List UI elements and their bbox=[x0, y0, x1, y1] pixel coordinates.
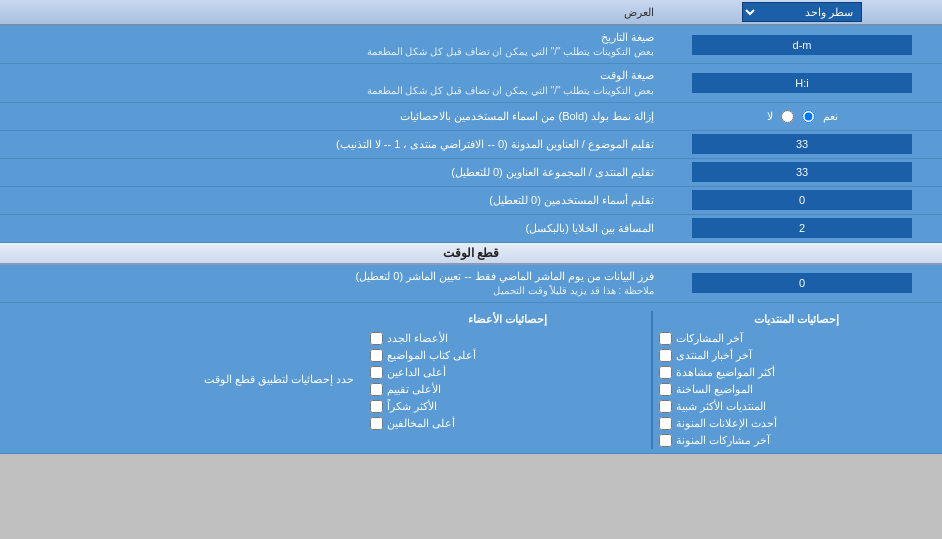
stats-columns-container: إحصائيات المنتديات آخر المشاركات آخر أخب… bbox=[362, 307, 942, 453]
date-format-input[interactable] bbox=[692, 35, 912, 55]
checkbox-top-posters[interactable] bbox=[370, 349, 383, 362]
checkbox-last-forum-posts[interactable] bbox=[659, 434, 672, 447]
bold-remove-label: إزالة نمط بولد (Bold) من اسماء المستخدمي… bbox=[0, 105, 662, 128]
cutoff-input[interactable] bbox=[692, 273, 912, 293]
stats-item-2: آخر أخبار المنتدى bbox=[659, 347, 934, 364]
stats-col-divider bbox=[651, 311, 653, 449]
radio-yes-label: نعم bbox=[823, 110, 838, 123]
forum-address-row: تقليم المنتدى / المجموعة العناوين (0 للت… bbox=[0, 159, 942, 187]
checkbox-most-thanked[interactable] bbox=[370, 400, 383, 413]
checkbox-last-news[interactable] bbox=[659, 349, 672, 362]
cutoff-label: فرز البيانات من يوم الماشر الماضي فقط --… bbox=[0, 265, 662, 302]
cell-distance-input[interactable] bbox=[692, 218, 912, 238]
time-format-input-container bbox=[662, 71, 942, 95]
user-names-row: تقليم أسماء المستخدمين (0 للتعطيل) bbox=[0, 187, 942, 215]
radio-no[interactable] bbox=[781, 110, 794, 123]
stats-member-4: الأعلى تقييم bbox=[370, 381, 645, 398]
stats-member-6: أعلى المخالفين bbox=[370, 415, 645, 432]
cutoff-input-container bbox=[662, 271, 942, 295]
checkbox-last-posts[interactable] bbox=[659, 332, 672, 345]
display-row: سطر واحدسطرانثلاثة أسطر العرض bbox=[0, 0, 942, 26]
cell-distance-input-container bbox=[662, 216, 942, 240]
stats-item-1: آخر المشاركات bbox=[659, 330, 934, 347]
time-format-input[interactable] bbox=[692, 73, 912, 93]
checkbox-top-violators[interactable] bbox=[370, 417, 383, 430]
stats-member-1: الأعضاء الجدد bbox=[370, 330, 645, 347]
checkbox-popular-forums[interactable] bbox=[659, 400, 672, 413]
stats-col2-header: إحصائيات الأعضاء bbox=[370, 311, 645, 330]
display-label: العرض bbox=[0, 2, 662, 23]
bold-remove-row: نعم لا إزالة نمط بولد (Bold) من اسماء ال… bbox=[0, 103, 942, 131]
checkbox-hot-topics[interactable] bbox=[659, 383, 672, 396]
stats-col1-header: إحصائيات المنتديات bbox=[659, 311, 934, 330]
date-format-label: صيغة التاريخ بعض التكوينات يتطلب "/" الت… bbox=[0, 26, 662, 63]
stats-filter-row: إحصائيات المنتديات آخر المشاركات آخر أخب… bbox=[0, 303, 942, 454]
stats-member-2: أعلى كتاب المواضيع bbox=[370, 347, 645, 364]
stats-filter-label: حدد إحصائيات لتطبيق قطع الوقت bbox=[0, 368, 362, 391]
display-select-container: سطر واحدسطرانثلاثة أسطر bbox=[662, 0, 942, 24]
cell-distance-row: المسافة بين الخلايا (بالبكسل) bbox=[0, 215, 942, 243]
stats-col1: إحصائيات المنتديات آخر المشاركات آخر أخب… bbox=[659, 311, 934, 449]
time-format-label: صيغة الوقت بعض التكوينات يتطلب "/" التي … bbox=[0, 64, 662, 101]
topic-address-label: تقليم الموضوع / العناوين المدونة (0 -- ا… bbox=[0, 133, 662, 156]
stats-item-3: أكثر المواضيع مشاهدة bbox=[659, 364, 934, 381]
stats-item-6: أحدث الإعلانات المنونة bbox=[659, 415, 934, 432]
time-format-row: صيغة الوقت بعض التكوينات يتطلب "/" التي … bbox=[0, 64, 942, 102]
checkbox-most-viewed[interactable] bbox=[659, 366, 672, 379]
checkbox-top-rated[interactable] bbox=[370, 383, 383, 396]
cutoff-title: قطع الوقت bbox=[0, 243, 942, 263]
stats-member-5: الأكثر شكراً bbox=[370, 398, 645, 415]
cutoff-section-header: قطع الوقت bbox=[0, 243, 942, 265]
forum-address-input-container bbox=[662, 160, 942, 184]
display-select[interactable]: سطر واحدسطرانثلاثة أسطر bbox=[742, 2, 862, 22]
date-format-row: صيغة التاريخ بعض التكوينات يتطلب "/" الت… bbox=[0, 26, 942, 64]
main-container: سطر واحدسطرانثلاثة أسطر العرض صيغة التار… bbox=[0, 0, 942, 454]
user-names-label: تقليم أسماء المستخدمين (0 للتعطيل) bbox=[0, 189, 662, 212]
stats-item-7: آخر مشاركات المنونة bbox=[659, 432, 934, 449]
stats-item-5: المنتديات الأكثر شبية bbox=[659, 398, 934, 415]
topic-address-input[interactable] bbox=[692, 134, 912, 154]
radio-no-label: لا bbox=[767, 110, 773, 123]
stats-col2: إحصائيات الأعضاء الأعضاء الجدد أعلى كتاب… bbox=[370, 311, 645, 449]
forum-address-label: تقليم المنتدى / المجموعة العناوين (0 للت… bbox=[0, 161, 662, 184]
date-format-input-container bbox=[662, 33, 942, 57]
user-names-input-container bbox=[662, 188, 942, 212]
stats-member-3: أعلى الداعين bbox=[370, 364, 645, 381]
checkbox-new-members[interactable] bbox=[370, 332, 383, 345]
topic-address-input-container bbox=[662, 132, 942, 156]
checkbox-latest-announcements[interactable] bbox=[659, 417, 672, 430]
topic-address-row: تقليم الموضوع / العناوين المدونة (0 -- ا… bbox=[0, 131, 942, 159]
radio-yes[interactable] bbox=[802, 110, 815, 123]
stats-item-4: المواضيع الساخنة bbox=[659, 381, 934, 398]
user-names-input[interactable] bbox=[692, 190, 912, 210]
bold-radio-container: نعم لا bbox=[662, 108, 942, 125]
forum-address-input[interactable] bbox=[692, 162, 912, 182]
checkbox-top-referrers[interactable] bbox=[370, 366, 383, 379]
cutoff-row: فرز البيانات من يوم الماشر الماضي فقط --… bbox=[0, 265, 942, 303]
cell-distance-label: المسافة بين الخلايا (بالبكسل) bbox=[0, 217, 662, 240]
